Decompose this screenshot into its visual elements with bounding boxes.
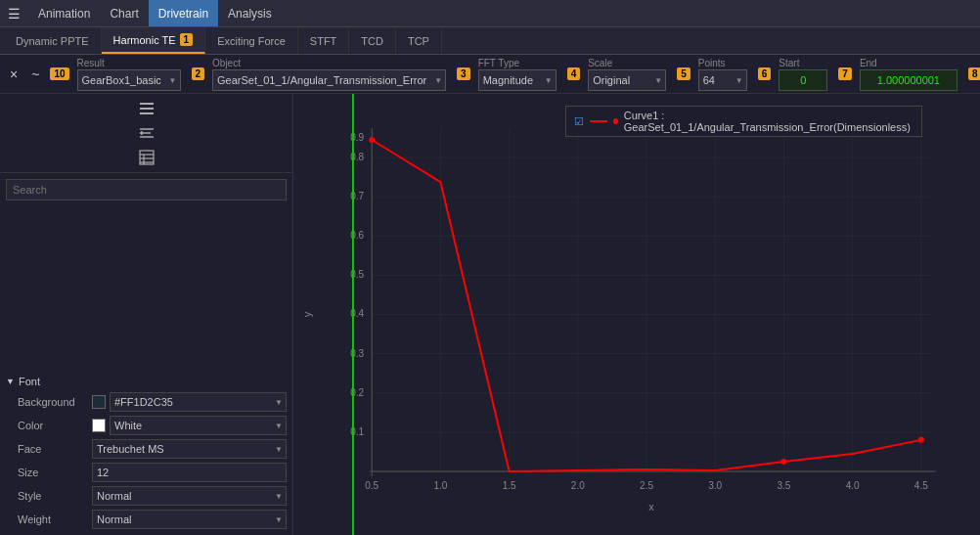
properties-icon-btn[interactable] [133, 98, 160, 119]
points-select[interactable]: 64 [698, 69, 747, 91]
svg-text:4.5: 4.5 [914, 480, 928, 491]
prop-style-row: Style Normal [6, 484, 287, 508]
svg-point-55 [918, 437, 924, 443]
legend-checkbox[interactable]: ☑ [574, 115, 584, 128]
svg-text:x: x [648, 501, 654, 513]
face-select[interactable]: Trebuchet MS [92, 439, 287, 459]
tab-harmonic-te-number: 1 [180, 33, 194, 46]
tab-tcd[interactable]: TCD [349, 27, 396, 54]
style-select[interactable]: Normal [92, 486, 287, 506]
prop-size-row: Size [6, 461, 287, 484]
svg-rect-1 [140, 108, 154, 110]
prop-color-label: Color [18, 420, 86, 431]
svg-text:y: y [301, 311, 313, 317]
prop-color-value-wrapper: White [92, 416, 287, 435]
svg-rect-2 [140, 112, 154, 114]
fft-type-group: FFT Type Magnitude [478, 58, 557, 91]
svg-text:2.0: 2.0 [571, 480, 585, 491]
end-input[interactable] [860, 69, 958, 91]
property-section: ▼ Font Background #FF1D2C35 Color [0, 369, 292, 535]
font-section-arrow: ▼ [6, 377, 15, 386]
chart-legend: ☑ Curve1 : GearSet_01_1/Angular_Transmis… [565, 106, 922, 137]
prop-background-row: Background #FF1D2C35 [6, 390, 287, 414]
close-button[interactable]: × [4, 65, 23, 84]
search-input[interactable] [6, 179, 287, 201]
points-select-wrapper: 64 [698, 69, 747, 91]
svg-text:0.5: 0.5 [365, 480, 379, 491]
prop-color-row: Color White [6, 414, 287, 437]
object-select[interactable]: GearSet_01_1/Angular_Transmission_Error [212, 69, 446, 91]
badge-3: 3 [457, 67, 470, 80]
scale-select-wrapper: Original [588, 69, 666, 91]
prop-weight-row: Weight Normal [6, 508, 287, 531]
badge-7: 7 [838, 67, 852, 80]
svg-rect-0 [140, 103, 154, 105]
fft-type-select-wrapper: Magnitude [478, 69, 557, 91]
badge-2: 2 [192, 67, 205, 80]
prop-style-label: Style [18, 490, 86, 502]
prop-weight-label: Weight [18, 513, 86, 525]
chart-svg: 0.1 0.2 0.3 0.4 0.5 0.6 0.7 0.8 0.9 0.5 … [293, 94, 980, 535]
table-icon-btn[interactable] [133, 147, 160, 168]
legend-dot-symbol [613, 118, 618, 124]
result-select-wrapper: GearBox1_basic [77, 69, 181, 91]
left-panel: ▼ Font Background #FF1D2C35 Color [0, 94, 293, 535]
prop-style-value-wrapper: Normal [92, 486, 287, 506]
prop-background-label: Background [18, 396, 86, 408]
prop-face-label: Face [18, 443, 86, 455]
end-label: End [860, 58, 958, 68]
svg-point-54 [780, 459, 786, 465]
legend-text: Curve1 : GearSet_01_1/Angular_Transmissi… [624, 110, 913, 133]
result-select[interactable]: GearBox1_basic [77, 69, 181, 91]
object-group: Object GearSet_01_1/Angular_Transmission… [212, 58, 446, 91]
font-section-label: Font [19, 376, 40, 387]
badge-8: 8 [968, 67, 980, 80]
prop-face-value-wrapper: Trebuchet MS [92, 439, 287, 459]
legend-line-symbol [590, 120, 607, 122]
svg-point-53 [369, 137, 375, 143]
fft-type-label: FFT Type [478, 58, 557, 68]
size-input[interactable] [92, 463, 287, 482]
menu-animation[interactable]: Animation [28, 0, 100, 26]
green-line [352, 94, 354, 535]
object-select-wrapper: GearSet_01_1/Angular_Transmission_Error [212, 69, 446, 91]
menu-chart[interactable]: Chart [100, 0, 148, 26]
points-group: Points 64 [698, 58, 747, 91]
tab-bar: Dynamic PPTE Harmonic TE 1 Exciting Forc… [0, 27, 980, 55]
result-group: Result GearBox1_basic [77, 58, 181, 91]
start-group: Start [779, 58, 827, 91]
font-section-header[interactable]: ▼ Font [6, 373, 287, 390]
weight-select[interactable]: Normal [92, 510, 287, 529]
tab-tcp[interactable]: TCP [396, 27, 442, 54]
align-icon-btn[interactable] [133, 122, 160, 144]
scale-select[interactable]: Original [588, 69, 666, 91]
end-group: End [860, 58, 958, 91]
toolbar: × ~ 10 Result GearBox1_basic 2 Object Ge… [0, 55, 980, 94]
background-select[interactable]: #FF1D2C35 [110, 392, 287, 412]
menu-bar: ☰ Animation Chart Drivetrain Analysis [0, 0, 980, 27]
tab-harmonic-te[interactable]: Harmonic TE 1 [102, 27, 206, 54]
color-select[interactable]: White [110, 416, 287, 435]
svg-text:1.0: 1.0 [433, 480, 447, 491]
main-content: ▼ Font Background #FF1D2C35 Color [0, 94, 980, 535]
tab-exciting-force[interactable]: Exciting Force [205, 27, 298, 54]
tilde-symbol: ~ [27, 65, 43, 84]
badge-10: 10 [50, 67, 68, 80]
points-label: Points [698, 58, 747, 68]
tab-dynamic-ppte[interactable]: Dynamic PPTE [4, 27, 102, 54]
background-color-swatch [92, 395, 106, 409]
tab-stft[interactable]: STFT [298, 27, 350, 54]
start-input[interactable] [779, 69, 827, 91]
hamburger-menu[interactable]: ☰ [0, 6, 28, 22]
menu-analysis[interactable]: Analysis [218, 0, 282, 26]
scale-label: Scale [588, 58, 666, 68]
fft-type-select[interactable]: Magnitude [478, 69, 557, 91]
chart-area: ☑ Curve1 : GearSet_01_1/Angular_Transmis… [293, 94, 980, 535]
search-section [0, 173, 292, 369]
svg-text:3.5: 3.5 [777, 480, 790, 491]
badge-5: 5 [677, 67, 690, 80]
prop-size-value-wrapper [92, 463, 287, 482]
object-label: Object [212, 58, 446, 68]
menu-drivetrain[interactable]: Drivetrain [149, 0, 218, 26]
svg-text:3.0: 3.0 [708, 480, 722, 491]
